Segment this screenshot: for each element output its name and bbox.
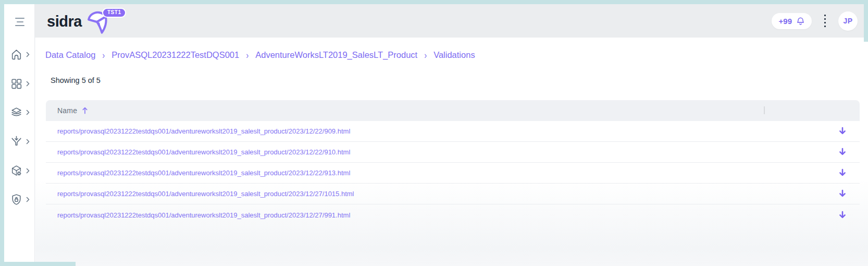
sidebar-item-apps[interactable] [10,77,35,90]
topbar-actions: +99 JP [772,4,858,38]
breadcrumb-item-data-catalog[interactable]: Data Catalog [45,50,95,60]
table-row: reports/provasql20231222testdqs001/adven… [46,121,860,142]
download-button[interactable] [835,144,850,160]
user-avatar[interactable]: JP [838,11,858,31]
breadcrumb: Data Catalog › ProvASQL20231222TestDQS00… [45,48,475,62]
hamburger-icon[interactable] [13,15,27,29]
report-link[interactable]: reports/provasql20231222testdqs001/adven… [46,190,354,198]
window-frame-left [0,0,4,266]
sidebar-item-operations[interactable] [10,164,35,177]
download-icon [838,189,847,198]
grid-icon [10,77,23,90]
download-icon [838,211,847,220]
window-frame-right [864,0,868,42]
table-row: reports/provasql20231222testdqs001/adven… [46,142,860,163]
breadcrumb-item-validations[interactable]: Validations [433,50,475,60]
download-button[interactable] [835,165,850,181]
sidebar-item-data-layers[interactable] [10,105,35,119]
breadcrumb-separator: › [246,49,249,60]
shield-lock-icon [10,193,23,206]
column-resize-handle[interactable] [764,106,765,114]
logo-text: sidra [47,13,82,29]
column-header-name[interactable]: Name [46,106,88,115]
report-link[interactable]: reports/provasql20231222testdqs001/adven… [46,127,350,135]
notifications-count: +99 [779,17,792,26]
notifications-button[interactable]: +99 [772,13,812,29]
cube-gear-icon [10,164,23,177]
main-content: Data Catalog › ProvASQL20231222TestDQS00… [35,38,868,266]
funnel-down-icon [10,135,23,148]
bell-icon [796,16,805,26]
table-row: reports/provasql20231222testdqs001/adven… [46,163,860,184]
download-button[interactable] [835,207,850,223]
layers-icon [10,106,23,119]
validations-table: Name reports/provasql20231222testdqs001/… [46,100,860,225]
report-link[interactable]: reports/provasql20231222testdqs001/adven… [46,148,350,156]
environment-badge: TST1 [102,8,126,18]
sidebar [4,4,35,262]
kebab-menu-icon[interactable] [823,13,827,29]
breadcrumb-separator: › [424,49,427,60]
table-row: reports/provasql20231222testdqs001/adven… [46,184,860,204]
sidebar-item-intake[interactable] [10,135,35,148]
chevron-right-icon [26,81,30,87]
report-link[interactable]: reports/provasql20231222testdqs001/adven… [46,169,350,177]
download-icon [838,127,847,136]
report-link[interactable]: reports/provasql20231222testdqs001/adven… [46,211,350,219]
download-button[interactable] [835,124,850,139]
chevron-right-icon [26,139,30,144]
chevron-right-icon [26,168,30,174]
download-icon [838,168,847,177]
sidebar-item-security[interactable] [10,192,35,206]
results-count: Showing 5 of 5 [51,76,101,84]
breadcrumb-item-provider[interactable]: ProvASQL20231222TestDQS001 [111,50,239,60]
topbar: sidra TST1 +99 JP [35,4,864,38]
app-logo[interactable]: sidra TST1 [47,4,109,38]
download-icon [838,148,847,156]
chevron-right-icon [26,110,30,115]
download-button[interactable] [835,186,850,202]
arrow-up-icon [82,107,88,114]
home-icon [10,48,23,61]
chevron-right-icon [26,52,30,57]
table-row: reports/provasql20231222testdqs001/adven… [46,204,860,225]
table-header: Name [46,100,860,121]
chevron-right-icon [26,197,30,202]
breadcrumb-separator: › [102,49,105,60]
breadcrumb-item-entity[interactable]: AdventureWorksLT2019_SalesLT_Product [255,50,417,60]
window-frame-top [0,0,868,4]
sidebar-item-home[interactable] [10,47,35,61]
window-frame-bottom [0,262,76,266]
